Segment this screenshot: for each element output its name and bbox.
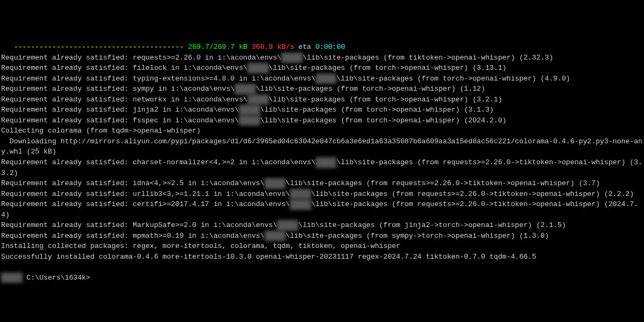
env-name-blur: xxxxx [281,53,303,63]
installing-line: Installing collected packages: regex, mo… [1,241,643,252]
progress-eta-time: 0:00:00 [316,43,345,51]
requirement-line: Requirement already satisfied: idna<4,>=… [1,178,643,189]
requirement-line: Requirement already satisfied: charset-n… [1,157,643,178]
requirement-line: Requirement already satisfied: sympy in … [1,84,643,94]
env-name-blur: xxxxx [277,220,298,231]
env-name-blur: xxxxx [290,189,311,200]
env-name-blur: xxxxx [239,115,260,126]
requirement-line: Requirement already satisfied: typing-ex… [1,74,643,84]
requirement-line: Requirement already satisfied: requests>… [1,53,643,63]
progress-bytes: 269.7/269.7 kB [188,43,247,51]
requirement-line: Requirement already satisfied: jinja2 in… [1,105,643,115]
requirement-line: Requirement already satisfied: certifi>=… [1,199,643,220]
progress-bar-dashes: ---------------------------------------- [1,43,184,51]
env-name-blur: xxxxx [235,84,256,94]
terminal-output: ----------------------------------------… [0,42,644,283]
blank-line [1,262,643,273]
prompt-line[interactable]: xxxxx C:\Users\1634k> [1,273,643,283]
collecting-line: Collecting colorama (from tqdm->openai-w… [1,126,643,136]
requirement-line: Requirement already satisfied: mpmath>=0… [1,231,643,241]
env-name-blur: xxxxx [239,105,260,115]
requirement-line: Requirement already satisfied: networkx … [1,94,643,105]
env-name-blur: xxxxx [247,63,269,74]
requirement-line: Requirement already satisfied: MarkupSaf… [1,220,643,231]
requirement-line: Requirement already satisfied: fsspec in… [1,115,643,126]
prompt-path: C:\Users\1634k> [23,274,91,282]
success-line: Successfully installed colorama-0.4.6 mo… [1,252,643,262]
env-name-blur: xxxxx [265,231,286,241]
env-name-blur: xxxxx [290,199,311,210]
progress-eta-label: eta [298,43,311,51]
downloading-line: Downloading http://mirrors.aliyun.com/py… [1,136,643,157]
requirement-line: Requirement already satisfied: filelock … [1,63,643,74]
prompt-env-blur: xxxxx [1,273,23,283]
env-name-blur: xxxxx [316,157,337,168]
env-name-blur: xxxxx [316,74,337,84]
progress-line: ----------------------------------------… [1,42,643,53]
progress-speed: 360.9 kB/s [252,43,294,51]
requirement-line: Requirement already satisfied: urllib3<3… [1,189,643,200]
env-name-blur: xxxxx [247,94,269,105]
env-name-blur: xxxxx [265,178,286,189]
